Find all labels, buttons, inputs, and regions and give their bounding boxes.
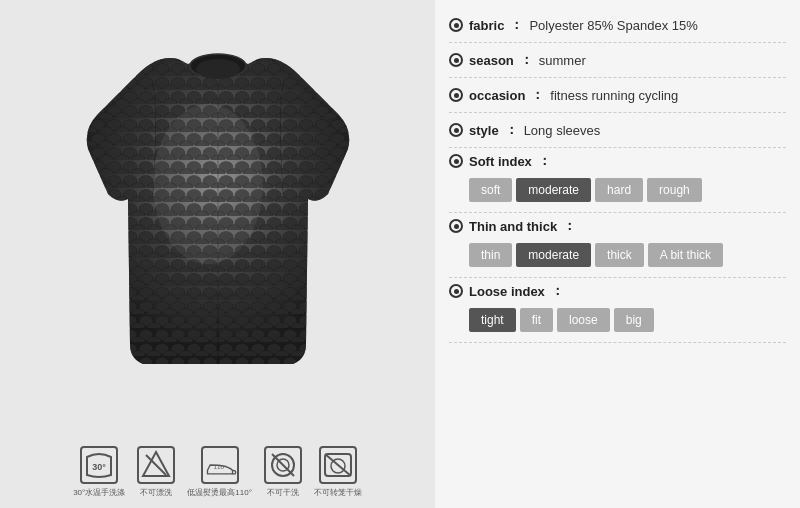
- thin-btn-thin[interactable]: thin: [469, 243, 512, 267]
- svg-text:30°: 30°: [92, 462, 106, 472]
- thin-btn-thick[interactable]: thick: [595, 243, 644, 267]
- nodry-label: 不可干洗: [267, 487, 299, 498]
- style-row: style ： Long sleeves: [449, 113, 786, 148]
- season-label: season: [469, 53, 514, 68]
- thin-thick-bullet: [449, 219, 463, 233]
- shirt-image-container: [20, 10, 415, 438]
- nodry-icon: [264, 446, 302, 484]
- loose-btn-big[interactable]: big: [614, 308, 654, 332]
- svg-point-5: [196, 59, 240, 79]
- occasion-bullet: [449, 88, 463, 102]
- season-colon: ：: [520, 51, 533, 69]
- fabric-bullet: [449, 18, 463, 32]
- thin-thick-section: Thin and thick ： thin moderate thick A b…: [449, 213, 786, 278]
- soft-btn-moderate[interactable]: moderate: [516, 178, 591, 202]
- shirt-image: [58, 34, 378, 414]
- care-icon-nobleach: 不可漂洗: [137, 446, 175, 498]
- loose-index-section: Loose index ： tight fit loose big: [449, 278, 786, 343]
- thin-thick-title-row: Thin and thick ：: [449, 217, 786, 235]
- loose-index-colon: ：: [551, 282, 564, 300]
- right-panel: fabric ： Polyester 85% Spandex 15% seaso…: [435, 0, 800, 508]
- loose-btn-tight[interactable]: tight: [469, 308, 516, 332]
- nobleach-label: 不可漂洗: [140, 487, 172, 498]
- svg-point-6: [153, 104, 263, 264]
- soft-index-title-row: Soft index ：: [449, 152, 786, 170]
- loose-btn-loose[interactable]: loose: [557, 308, 610, 332]
- notumble-icon: [319, 446, 357, 484]
- care-icon-iron: 110° 低温熨烫最高110°: [187, 446, 252, 498]
- season-row: season ： summer: [449, 43, 786, 78]
- loose-index-title: Loose index: [469, 284, 545, 299]
- soft-index-title: Soft index: [469, 154, 532, 169]
- thin-thick-title: Thin and thick: [469, 219, 557, 234]
- style-colon: ：: [505, 121, 518, 139]
- style-value: Long sleeves: [524, 123, 601, 138]
- soft-index-colon: ：: [538, 152, 551, 170]
- occasion-row: occasion ： fitness running cycling: [449, 78, 786, 113]
- season-bullet: [449, 53, 463, 67]
- wash-icon: 30°: [80, 446, 118, 484]
- style-label: style: [469, 123, 499, 138]
- soft-btn-soft[interactable]: soft: [469, 178, 512, 202]
- iron-label: 低温熨烫最高110°: [187, 487, 252, 498]
- loose-index-bullet: [449, 284, 463, 298]
- soft-btn-rough[interactable]: rough: [647, 178, 702, 202]
- thin-thick-colon: ：: [563, 217, 576, 235]
- occasion-colon: ：: [531, 86, 544, 104]
- left-panel: 30° 30°水温手洗涤 不可漂洗 110°: [0, 0, 435, 508]
- svg-text:110°: 110°: [213, 463, 226, 470]
- iron-icon: 110°: [201, 446, 239, 484]
- thin-btn-moderate[interactable]: moderate: [516, 243, 591, 267]
- care-icon-nodry: 不可干洗: [264, 446, 302, 498]
- care-icons-row: 30° 30°水温手洗涤 不可漂洗 110°: [73, 438, 362, 498]
- soft-index-buttons: soft moderate hard rough: [469, 178, 786, 202]
- loose-index-buttons: tight fit loose big: [469, 308, 786, 332]
- fabric-value: Polyester 85% Spandex 15%: [529, 18, 697, 33]
- fabric-row: fabric ： Polyester 85% Spandex 15%: [449, 8, 786, 43]
- notumble-label: 不可转笼干燥: [314, 487, 362, 498]
- nobleach-icon: [137, 446, 175, 484]
- soft-index-bullet: [449, 154, 463, 168]
- occasion-label: occasion: [469, 88, 525, 103]
- care-icon-wash: 30° 30°水温手洗涤: [73, 446, 125, 498]
- thin-btn-abitthick[interactable]: A bit thick: [648, 243, 723, 267]
- fabric-colon: ：: [510, 16, 523, 34]
- fabric-label: fabric: [469, 18, 504, 33]
- soft-btn-hard[interactable]: hard: [595, 178, 643, 202]
- occasion-value: fitness running cycling: [550, 88, 678, 103]
- care-icon-notumble: 不可转笼干燥: [314, 446, 362, 498]
- style-bullet: [449, 123, 463, 137]
- season-value: summer: [539, 53, 586, 68]
- soft-index-section: Soft index ： soft moderate hard rough: [449, 148, 786, 213]
- loose-index-title-row: Loose index ：: [449, 282, 786, 300]
- wash-label: 30°水温手洗涤: [73, 487, 125, 498]
- thin-thick-buttons: thin moderate thick A bit thick: [469, 243, 786, 267]
- loose-btn-fit[interactable]: fit: [520, 308, 553, 332]
